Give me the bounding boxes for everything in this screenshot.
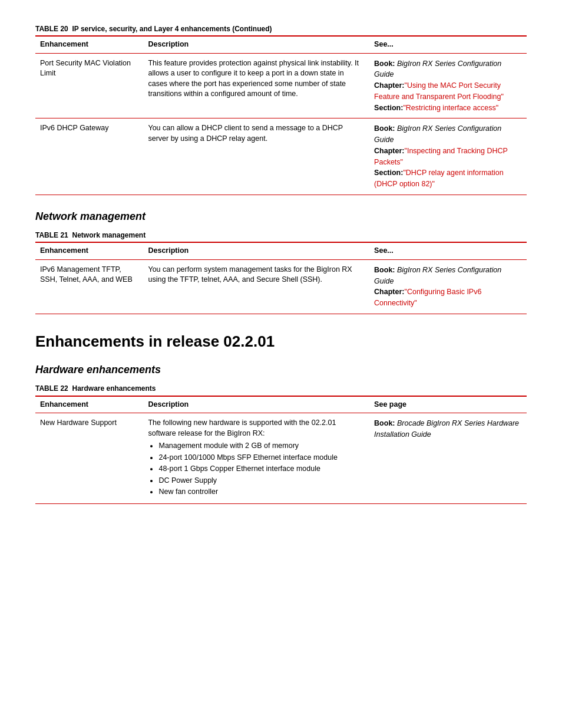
table20: Enhancement Description See... Port Secu… xyxy=(35,35,527,195)
t21-row1-book-label: Book: xyxy=(374,266,397,274)
table22: Enhancement Description See page New Har… xyxy=(35,396,527,504)
row1-section-link[interactable]: "Restricting interface access" xyxy=(403,104,498,112)
table22-col-see: See page xyxy=(369,396,527,413)
t21-row1-chapter-label: Chapter: xyxy=(374,288,404,296)
list-item: 48-port 1 Gbps Copper Ethernet interface… xyxy=(158,464,365,475)
t21-row1-book-ref: Book: BigIron RX Series Configuration Gu… xyxy=(374,265,522,309)
row2-enhancement: IPv6 DHCP Gateway xyxy=(35,118,143,195)
row1-see: Book: BigIron RX Series Configuration Gu… xyxy=(369,53,527,118)
t22-row1-enhancement: New Hardware Support xyxy=(35,413,143,504)
t22-row1-book-label: Book: xyxy=(374,419,397,427)
t22-row1-book-ref: Book: Brocade BigIron RX Series Hardware… xyxy=(374,418,522,440)
t22-row1-desc-intro: The following new hardware is supported … xyxy=(148,419,336,437)
row1-book-label: Book: xyxy=(374,60,397,68)
row1-chapter-label: Chapter: xyxy=(374,81,404,90)
table21-caption-row: TABLE 21 Network management xyxy=(35,230,527,241)
table-row: IPv6 DHCP Gateway You can allow a DHCP c… xyxy=(35,118,527,195)
table21-caption-text: Network management xyxy=(72,231,146,239)
table20-caption: TABLE 20 IP service, security, and Layer… xyxy=(35,25,272,33)
table21: Enhancement Description See... IPv6 Mana… xyxy=(35,242,527,314)
table22-col-description: Description xyxy=(143,396,369,413)
network-management-heading: Network management xyxy=(35,209,527,224)
table20-caption-row: TABLE 20 IP service, security, and Layer… xyxy=(35,24,527,34)
table-row: Port Security MAC Violation Limit This f… xyxy=(35,53,527,118)
table20-col-description: Description xyxy=(143,36,369,53)
hardware-enhancements-heading: Hardware enhancements xyxy=(35,363,527,377)
row1-description: This feature provides protection against… xyxy=(143,53,369,118)
row2-book-ref: Book: BigIron RX Series Configuration Gu… xyxy=(374,123,522,190)
table20-col-see: See... xyxy=(369,36,527,53)
row1-enhancement: Port Security MAC Violation Limit xyxy=(35,53,143,118)
table21-col-see: See... xyxy=(369,242,527,259)
t22-row1-description: The following new hardware is supported … xyxy=(143,413,369,504)
row2-description: You can allow a DHCP client to send a me… xyxy=(143,118,369,195)
table22-col-enhancement: Enhancement xyxy=(35,396,143,413)
table20-header-row: Enhancement Description See... xyxy=(35,36,527,53)
t21-row1-see: Book: BigIron RX Series Configuration Gu… xyxy=(369,259,527,314)
t21-row1-description: You can perform system management tasks … xyxy=(143,259,369,314)
table22-header-row: Enhancement Description See page xyxy=(35,396,527,413)
table22-prefix: TABLE 22 xyxy=(35,384,68,393)
table21-prefix: TABLE 21 xyxy=(35,231,68,239)
t22-row1-bullet-list: Management module with 2 GB of memory 24… xyxy=(148,441,365,498)
table22-caption: TABLE 22 Hardware enhancements xyxy=(35,384,156,393)
row2-chapter-label: Chapter: xyxy=(374,147,404,155)
table20-caption-text: IP service, security, and Layer 4 enhanc… xyxy=(72,25,272,33)
row2-see: Book: BigIron RX Series Configuration Gu… xyxy=(369,118,527,195)
table22-caption-text: Hardware enhancements xyxy=(72,384,156,393)
release-heading: Enhancements in release 02.2.01 xyxy=(35,331,527,352)
table20-col-enhancement: Enhancement xyxy=(35,36,143,53)
row1-section-label: Section: xyxy=(374,104,403,112)
table-row: New Hardware Support The following new h… xyxy=(35,413,527,504)
table-row: IPv6 Management TFTP, SSH, Telnet, AAA, … xyxy=(35,259,527,314)
table21-header-row: Enhancement Description See... xyxy=(35,242,527,259)
table20-prefix: TABLE 20 xyxy=(35,25,68,33)
row2-book-label: Book: xyxy=(374,124,397,133)
t21-row1-enhancement: IPv6 Management TFTP, SSH, Telnet, AAA, … xyxy=(35,259,143,314)
row2-section-label: Section: xyxy=(374,169,403,177)
table21-col-enhancement: Enhancement xyxy=(35,242,143,259)
table22-caption-row: TABLE 22 Hardware enhancements xyxy=(35,383,527,394)
list-item: 24-port 100/1000 Mbps SFP Ethernet inter… xyxy=(158,453,365,463)
list-item: Management module with 2 GB of memory xyxy=(158,441,365,452)
list-item: DC Power Supply xyxy=(158,476,365,486)
t22-row1-see: Book: Brocade BigIron RX Series Hardware… xyxy=(369,413,527,504)
list-item: New fan controller xyxy=(158,487,365,498)
row1-book-ref: Book: BigIron RX Series Configuration Gu… xyxy=(374,58,522,114)
table21-caption: TABLE 21 Network management xyxy=(35,231,146,239)
table21-col-description: Description xyxy=(143,242,369,259)
